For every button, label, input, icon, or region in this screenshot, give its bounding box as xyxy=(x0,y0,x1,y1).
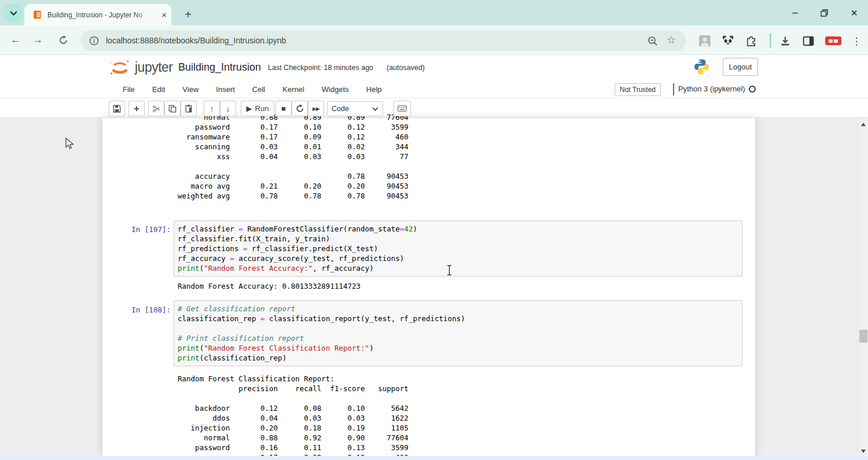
profile-extension-icon[interactable] xyxy=(698,34,712,48)
run-button[interactable]: ▶ Run xyxy=(241,101,274,116)
side-panel-icon[interactable] xyxy=(801,34,815,48)
kernel-idle-indicator xyxy=(749,86,756,93)
restart-kernel-button[interactable] xyxy=(292,101,308,116)
browser-tab[interactable]: Building_Intrusion - Jupyter No × xyxy=(24,4,171,25)
move-cell-up-button[interactable]: ↑ xyxy=(204,101,220,116)
menu-file[interactable]: File xyxy=(114,81,144,98)
restart-icon xyxy=(296,104,304,113)
cell-108-prompt: In [108]: xyxy=(124,305,171,315)
run-label: Run xyxy=(255,104,269,113)
back-button[interactable]: ← xyxy=(8,32,24,48)
scrollbar-thumb[interactable] xyxy=(859,330,867,343)
tab-search-button[interactable] xyxy=(5,4,23,22)
taskbar-strip xyxy=(0,456,868,460)
forward-button[interactable]: → xyxy=(30,32,46,48)
paste-icon xyxy=(185,104,193,113)
save-icon xyxy=(113,105,121,113)
menu-widgets[interactable]: Widgets xyxy=(313,81,358,98)
tab-title: Building_Intrusion - Jupyter No xyxy=(47,11,152,19)
zoom-indicator-icon[interactable] xyxy=(647,35,659,47)
logout-button[interactable]: Logout xyxy=(723,58,758,76)
text-cursor xyxy=(447,265,452,275)
restore-icon xyxy=(821,9,828,17)
cell-107-prompt: In [107]: xyxy=(124,225,171,234)
copy-icon xyxy=(168,105,176,113)
browser-window: Building_Intrusion - Jupyter No × + – × … xyxy=(0,0,868,460)
kernel-name[interactable]: Python 3 (ipykernel) xyxy=(678,84,745,93)
window-minimize-button[interactable]: – xyxy=(784,5,807,21)
extensions-puzzle-icon[interactable] xyxy=(744,34,758,48)
cell-type-select[interactable]: Code xyxy=(327,101,383,116)
url-bar[interactable]: localhost:8888/notebooks/Building_Intrus… xyxy=(81,30,686,51)
reload-button[interactable] xyxy=(55,32,71,48)
menu-insert[interactable]: Insert xyxy=(207,81,244,98)
cell-107-output: Random Forest Accuracy: 0.80133328911147… xyxy=(178,281,361,291)
red-extension-icon[interactable] xyxy=(825,36,841,45)
paste-cell-button[interactable] xyxy=(181,101,197,116)
browser-menu-kebab-icon[interactable]: ⋮ xyxy=(848,33,865,49)
move-cell-down-button[interactable]: ↓ xyxy=(220,101,236,116)
cell-107-code-input[interactable]: rf_classifier = RandomForestClassifier(r… xyxy=(174,220,742,277)
mouse-cursor xyxy=(65,138,76,150)
jupyter-logo-icon[interactable] xyxy=(109,59,133,76)
scrollbar-up-arrow[interactable] xyxy=(859,120,868,129)
window-close-button[interactable]: × xyxy=(843,5,866,21)
menu-edit[interactable]: Edit xyxy=(144,81,174,98)
kernel-separator xyxy=(673,83,674,95)
save-button[interactable] xyxy=(109,101,125,116)
jupyter-logo-text[interactable]: jupyter xyxy=(135,58,173,76)
run-play-icon: ▶ xyxy=(247,105,252,112)
window-restore-button[interactable] xyxy=(812,5,836,21)
autosaved-status: (autosaved) xyxy=(387,58,425,77)
reload-icon xyxy=(58,35,68,45)
cell-type-value: Code xyxy=(332,105,349,113)
menu-view[interactable]: View xyxy=(174,81,207,98)
url-text[interactable]: localhost:8888/notebooks/Building_Intrus… xyxy=(106,36,286,45)
jupyter-notebook-favicon xyxy=(32,10,42,20)
keyboard-icon xyxy=(398,105,407,112)
new-tab-button[interactable]: + xyxy=(180,6,196,23)
interrupt-kernel-button[interactable]: ■ xyxy=(275,101,292,116)
extension-separator xyxy=(770,34,771,47)
menu-help[interactable]: Help xyxy=(358,81,391,98)
classification-report-output-top: normal 0.88 0.89 0.89 77604 password 0.1… xyxy=(178,112,409,201)
downloads-icon[interactable] xyxy=(778,34,792,48)
scissors-icon xyxy=(152,105,161,113)
bookmark-star-icon[interactable]: ☆ xyxy=(667,34,676,46)
panda-extension-icon[interactable] xyxy=(721,34,735,48)
menu-cell[interactable]: Cell xyxy=(244,81,274,98)
site-info-icon[interactable] xyxy=(89,36,99,46)
scrollbar-track[interactable] xyxy=(859,118,868,456)
trust-status-badge[interactable]: Not Trusted xyxy=(615,83,661,96)
cut-cell-button[interactable] xyxy=(148,101,164,116)
menu-kernel[interactable]: Kernel xyxy=(274,81,313,98)
python-logo-icon xyxy=(693,58,710,75)
chevron-down-icon xyxy=(372,107,378,111)
tab-close-icon[interactable]: × xyxy=(161,10,167,19)
restart-run-all-button[interactable]: ▶▶ xyxy=(308,101,324,116)
add-cell-button[interactable]: + xyxy=(128,101,145,116)
copy-cell-button[interactable] xyxy=(164,101,181,116)
cell-108-code-input[interactable]: # Get classification report classificati… xyxy=(174,300,742,366)
menu-items: File Edit View Insert Cell Kernel Widget… xyxy=(114,81,391,98)
scrollbar-down-arrow[interactable] xyxy=(859,447,868,456)
chevron-down-icon xyxy=(10,11,17,16)
notebook-title[interactable]: Building_Intrusion xyxy=(178,57,261,77)
cell-108-output: Random Forest Classification Report: pre… xyxy=(178,374,409,460)
command-palette-button[interactable] xyxy=(393,101,411,116)
checkpoint-status: Last Checkpoint: 18 minutes ago xyxy=(268,58,373,77)
